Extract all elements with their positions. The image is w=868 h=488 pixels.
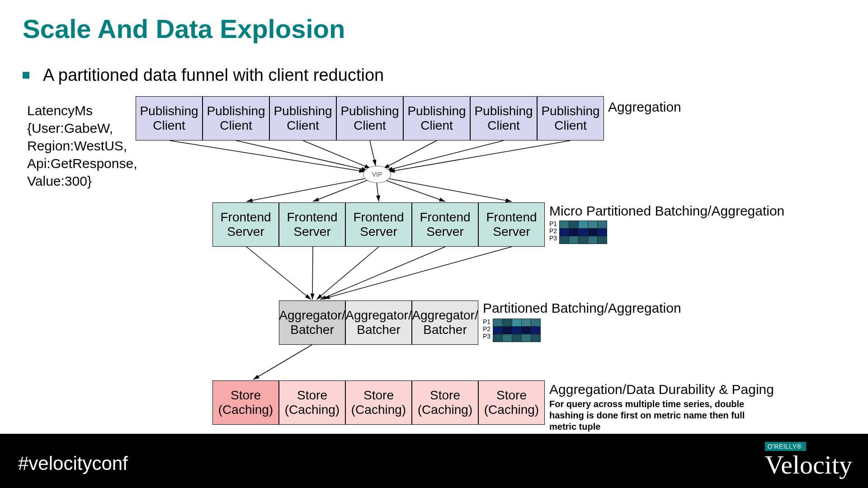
box-label: Client [487, 118, 520, 133]
box-label: Client [354, 118, 386, 133]
box-label: Server [426, 225, 463, 239]
label-aggregation: Aggregation [608, 99, 681, 115]
frontend-server: FrontendServer [279, 202, 345, 247]
slide: Scale And Data Explosion A partitioned d… [0, 0, 868, 488]
box-label: Store [363, 388, 394, 403]
label-durability: Aggregation/Data Durability & Paging [549, 382, 774, 397]
box-label: Server [227, 225, 264, 239]
svg-line-17 [253, 345, 312, 380]
pgrid-label: P3 [483, 333, 491, 340]
pgrid-label: P3 [549, 235, 557, 242]
box-label: (Caching) [484, 403, 539, 417]
box-label: Client [420, 118, 453, 133]
row-frontend-servers: FrontendServer FrontendServer FrontendSe… [212, 202, 545, 247]
publishing-client: PublishingClient [537, 96, 604, 141]
example-metric: LatencyMs {User:GabeW, Region:WestUS, Ap… [27, 102, 137, 190]
box-label: Publishing [140, 104, 198, 118]
bullet-text: A partitioned data funnel with client re… [43, 66, 384, 85]
store-caching: Store(Caching) [478, 380, 545, 425]
svg-line-5 [387, 141, 504, 170]
box-label: Aggregator/ [412, 308, 478, 323]
store-caching: Store(Caching) [212, 380, 279, 425]
svg-line-11 [388, 178, 512, 202]
row-publishing-clients: PublishingClient PublishingClient Publis… [136, 96, 604, 141]
box-label: Publishing [407, 104, 466, 118]
svg-line-15 [320, 247, 445, 300]
brand-bar: O'REILLY® [765, 442, 807, 451]
pgrid-table [559, 221, 607, 244]
box-label: Store [430, 388, 460, 403]
brand-name: Velocity [765, 452, 852, 478]
box-label: Frontend [420, 210, 470, 225]
svg-line-16 [324, 247, 512, 299]
box-label: Store [297, 388, 327, 403]
box-label: Server [493, 225, 530, 239]
row-stores: Store(Caching) Store(Caching) Store(Cach… [212, 380, 545, 425]
svg-line-14 [316, 247, 379, 300]
partition-grid-part: P1 P2 P3 [493, 319, 541, 342]
publishing-client: PublishingClient [336, 96, 403, 141]
svg-line-2 [303, 141, 371, 169]
box-label: Client [554, 118, 587, 133]
pgrid-label: P2 [549, 227, 557, 235]
store-caching: Store(Caching) [279, 380, 345, 425]
box-label: Batcher [357, 323, 401, 337]
label-micro-partitioned: Micro Partitioned Batching/Aggregation [549, 203, 784, 219]
box-label: Publishing [340, 104, 399, 118]
aggregator-batcher: Aggregator/Batcher [345, 300, 412, 345]
label-partitioned: Partitioned Batching/Aggregation [483, 300, 681, 316]
box-label: (Caching) [218, 403, 273, 417]
box-label: Client [220, 118, 252, 133]
frontend-server: FrontendServer [212, 202, 279, 247]
box-label: Batcher [423, 323, 467, 337]
svg-line-4 [383, 141, 437, 169]
box-label: Store [496, 388, 527, 403]
svg-line-3 [370, 141, 376, 166]
publishing-client: PublishingClient [203, 96, 269, 141]
bullet-row: A partitioned data funnel with client re… [23, 66, 384, 85]
frontend-server: FrontendServer [412, 202, 478, 247]
svg-line-0 [170, 141, 365, 172]
metric-line: Value:300} [27, 172, 137, 190]
svg-line-8 [313, 180, 368, 202]
box-label: Client [287, 118, 319, 133]
pgrid-table [493, 319, 541, 342]
slide-title: Scale And Data Explosion [23, 14, 345, 44]
box-label: Frontend [287, 210, 337, 225]
box-label: (Caching) [285, 403, 340, 417]
box-label: Server [360, 225, 397, 239]
svg-line-12 [246, 247, 311, 300]
box-label: Publishing [541, 104, 599, 118]
aggregator-batcher: Aggregator/Batcher [412, 300, 478, 345]
box-label: Store [231, 388, 261, 403]
partition-grid-micro: P1 P2 P3 [559, 221, 607, 244]
box-label: Aggregator/ [279, 308, 345, 323]
frontend-server: FrontendServer [345, 202, 412, 247]
box-label: Frontend [220, 210, 271, 225]
svg-line-7 [246, 178, 365, 202]
box-label: Publishing [274, 104, 332, 118]
box-label: Publishing [474, 104, 533, 118]
box-label: Batcher [290, 323, 334, 337]
svg-line-1 [236, 141, 368, 170]
box-label: Client [153, 118, 185, 133]
pgrid-label: P1 [483, 318, 491, 325]
pgrid-label: P2 [483, 325, 491, 333]
box-label: Frontend [353, 210, 404, 225]
box-label: (Caching) [418, 403, 472, 417]
box-label: Aggregator/ [345, 308, 411, 323]
box-label: Server [293, 225, 330, 239]
bullet-icon [23, 72, 29, 79]
pgrid-label: P1 [549, 220, 557, 227]
svg-line-6 [389, 141, 571, 172]
footer: #velocityconf O'REILLY® Velocity [0, 434, 868, 488]
box-label: Publishing [207, 104, 265, 118]
store-caching: Store(Caching) [412, 380, 478, 425]
row-aggregators: Aggregator/Batcher Aggregator/Batcher Ag… [279, 300, 478, 345]
publishing-client: PublishingClient [403, 96, 470, 141]
publishing-client: PublishingClient [269, 96, 336, 141]
note-durability: For query across multiple time series, d… [549, 399, 762, 432]
svg-line-13 [312, 247, 313, 300]
metric-line: Region:WestUS, [27, 137, 137, 155]
publishing-client: PublishingClient [470, 96, 537, 141]
